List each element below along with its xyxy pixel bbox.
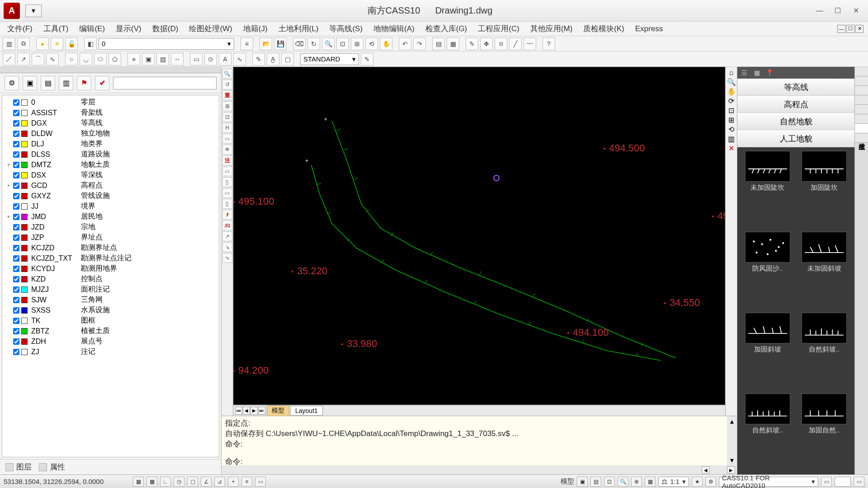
layer-color-swatch[interactable] (21, 338, 28, 345)
vtool-zoom-icon[interactable]: 🔍 (222, 69, 232, 79)
menu-engineering[interactable]: 工程应用(C) (473, 22, 524, 36)
layer-row[interactable]: DSX 等深线 (3, 170, 218, 180)
vtool-s-icon[interactable]: ۶ (222, 210, 232, 220)
palette-item[interactable]: 防风固沙.. (741, 232, 794, 309)
menu-draw[interactable]: 绘图处理(W) (184, 22, 236, 36)
rvt-layout-icon[interactable]: ▥ (728, 135, 735, 143)
layer-color-swatch[interactable] (21, 349, 28, 355)
rvt-prev-icon[interactable]: ⟲ (728, 125, 734, 134)
layer-visibility-checkbox[interactable] (13, 224, 19, 230)
region-icon[interactable]: ▭ (190, 53, 203, 66)
sb-tray2-icon[interactable]: ▭ (854, 477, 864, 487)
layer-row[interactable]: JZD 宗地 (3, 222, 218, 232)
layer-row[interactable]: ASSIST 骨架线 (3, 108, 218, 118)
layer-color-swatch[interactable] (21, 224, 28, 230)
rvt-close-icon[interactable]: ✕ (728, 144, 734, 153)
command-history[interactable]: 指定点: 自动保存到 C:\Users\YIWU~1.CHE\AppData\L… (222, 416, 727, 465)
menu-view[interactable]: 显示(V) (111, 22, 146, 36)
palette-item[interactable]: 自然斜坡.. (741, 394, 794, 471)
menu-qc[interactable]: 质检模块(K) (579, 22, 629, 36)
text-style-dropdown[interactable]: STANDARD▾ (300, 53, 359, 65)
layer-visibility-checkbox[interactable] (13, 276, 19, 282)
palette-item[interactable]: 加固斜坡 (741, 313, 794, 390)
layer-row[interactable]: DLDW 独立地物 (3, 128, 218, 139)
layer-visibility-checkbox[interactable] (13, 235, 19, 241)
sb-anno-icon[interactable]: ★ (692, 477, 703, 487)
insert-icon[interactable]: ⎆ (127, 53, 140, 66)
move-icon[interactable]: ✥ (480, 38, 493, 50)
layer-manager-icon[interactable]: ▥ (3, 38, 15, 50)
cat-elevation[interactable]: 高程点 (737, 96, 854, 113)
rvt-pan-icon[interactable]: ✋ (727, 87, 736, 96)
calc-icon[interactable]: ▦ (447, 38, 459, 50)
ray-icon[interactable]: ↗ (17, 53, 30, 66)
close-button[interactable]: ✕ (851, 6, 861, 16)
zoom-icon[interactable]: 🔍 (322, 38, 335, 50)
mdi-max[interactable]: ☐ (846, 25, 854, 33)
find-icon[interactable]: ▢ (281, 53, 294, 66)
layer-visibility-checkbox[interactable] (13, 255, 19, 262)
zoom-extents-icon[interactable]: ⊞ (351, 38, 363, 50)
layer-visibility-checkbox[interactable] (13, 203, 19, 210)
open-icon[interactable]: 📂 (259, 38, 272, 50)
model-viewport[interactable]: + + 494.500495.100494.89735.22034.550494… (233, 67, 725, 405)
hscroll-right-icon[interactable]: ▶ (727, 466, 735, 474)
menu-check[interactable]: 检查入库(G) (421, 22, 472, 36)
layer-color-swatch[interactable] (21, 193, 28, 199)
sb-qv3-icon[interactable]: ⊕ (631, 477, 642, 487)
side-tab[interactable]: 植被土质 (855, 133, 868, 143)
hscroll-left-icon[interactable]: ◀ (702, 466, 710, 474)
sb-qp-icon[interactable]: ▭ (255, 477, 266, 487)
tab-properties[interactable]: 属性 (39, 462, 65, 472)
sb-qv1-icon[interactable]: ⊡ (604, 477, 615, 487)
vtool-wave-icon[interactable]: ∿ (222, 253, 232, 263)
bulb-on-icon[interactable]: ● (36, 38, 49, 50)
block-icon[interactable]: ▣ (142, 53, 155, 66)
tab-layers[interactable]: 图层 (5, 462, 32, 472)
layer-row[interactable]: MJZJ 面积注记 (3, 284, 218, 295)
menu-express[interactable]: Express (631, 23, 667, 35)
circle-icon[interactable]: ○ (65, 53, 78, 66)
menu-other[interactable]: 其他应用(M) (526, 22, 577, 36)
side-tab[interactable]: 独立地物 (855, 86, 868, 95)
sb-model-icon[interactable]: ▣ (577, 477, 588, 487)
minimize-button[interactable]: — (815, 6, 825, 16)
arc-icon[interactable]: ⌒ (32, 53, 44, 66)
layer-row[interactable]: TK 图框 (3, 315, 218, 326)
vtool-h-icon[interactable]: H (222, 123, 232, 133)
vtool-ruler-icon[interactable]: ▭ (222, 134, 232, 144)
layer-row[interactable]: + DMTZ 地貌土质 (3, 160, 218, 170)
redo-icon[interactable]: ↷ (413, 38, 426, 50)
rvt-extents-icon[interactable]: ⊞ (728, 116, 734, 124)
text-tool-icon[interactable]: A (219, 53, 231, 66)
symbol-palette[interactable]: 未加固陡坎 加固陡坎 防风固沙.. 未加固斜坡 加固斜坡 自然斜坡.. 自然斜坡… (737, 147, 854, 474)
copy-icon[interactable]: ⧈ (495, 38, 507, 50)
layer-visibility-checkbox[interactable] (13, 286, 19, 293)
mtext-icon[interactable]: ∿ (233, 53, 246, 66)
sb-snap-icon[interactable]: ▦ (133, 477, 144, 487)
panel-grip[interactable] (0, 67, 221, 73)
layer-row[interactable]: GXYZ 管线设施 (3, 191, 218, 201)
layer-color-swatch[interactable] (21, 235, 28, 241)
sb-qv2-icon[interactable]: 🔍 (618, 477, 628, 487)
line2-icon[interactable]: 〰 (524, 38, 536, 50)
product-dropdown[interactable]: CASS10.1 FOR AutoCAD2010▾ (719, 477, 818, 487)
menu-edit[interactable]: 编辑(E) (75, 22, 109, 36)
prop-btn5-icon[interactable]: ⚑ (77, 76, 91, 90)
prop-btn2-icon[interactable]: ▣ (23, 76, 37, 90)
help-icon[interactable]: ? (542, 38, 555, 50)
vtool-redraw-icon[interactable]: 重 (222, 90, 232, 100)
palette-item[interactable]: 自然斜坡.. (798, 313, 851, 390)
mdi-close[interactable]: ✕ (855, 25, 863, 33)
vtool-91-icon[interactable]: .91 (222, 221, 232, 230)
layer-color-swatch[interactable] (21, 131, 28, 137)
layer-color-swatch[interactable] (21, 245, 28, 251)
vtool-orbit-icon[interactable]: ↺ (222, 80, 232, 89)
pan-icon[interactable]: ✋ (380, 38, 392, 50)
cmd-vscroll[interactable]: ▴▾ (727, 416, 737, 465)
point-icon[interactable]: ⊙ (204, 53, 217, 66)
layer-color-swatch[interactable] (21, 214, 28, 220)
menu-data[interactable]: 数据(D) (148, 22, 183, 36)
text-a-icon[interactable]: A̲ (267, 53, 279, 66)
color-swatch-icon[interactable]: ◧ (84, 38, 97, 50)
